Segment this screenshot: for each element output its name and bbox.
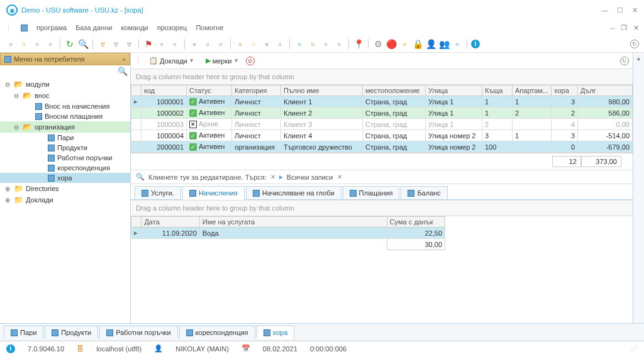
tree-workorders[interactable]: Работни поръчки xyxy=(0,153,130,163)
collapse-icon[interactable]: « xyxy=(122,55,126,63)
calendar-icon: 📅 xyxy=(242,344,250,353)
group-panel[interactable]: Drag a column header here to group by th… xyxy=(131,69,633,85)
titlebar: ◉ Demo - USU software - USU.kz - [хора] … xyxy=(0,0,644,20)
tree-correspondence[interactable]: кореспонденция xyxy=(0,163,130,173)
sidebar-header-label: Меню на потребителя xyxy=(14,55,85,63)
tb-add-icon[interactable]: ▫ xyxy=(235,38,246,50)
detail-group-panel[interactable]: Drag a column header here to group by th… xyxy=(131,200,633,216)
stop-icon[interactable]: ⊘ xyxy=(246,57,255,65)
mdi-restore[interactable]: ❐ xyxy=(621,24,627,32)
tb-user-icon[interactable]: 👤 xyxy=(425,38,436,50)
detail-grid[interactable]: ДатаИме на услугатаСума с данък ▸11.09.2… xyxy=(131,216,445,250)
clear-search-icon[interactable]: ✕ xyxy=(270,173,275,180)
tb-image-icon[interactable]: ▫ xyxy=(156,38,167,50)
tb-new-icon[interactable]: ▫ xyxy=(5,38,16,50)
tree-organization[interactable]: ⊖📂организация xyxy=(0,121,130,133)
tb-excel-icon[interactable]: ▫ xyxy=(189,38,200,50)
tab-accruals[interactable]: Начисления xyxy=(182,186,245,200)
tree-reports[interactable]: ⊕📁Доклади xyxy=(0,194,130,206)
tb-pin-icon[interactable]: 📍 xyxy=(353,38,364,50)
grid-row[interactable]: 2000001✓ АктивенорганизацияТърговско дру… xyxy=(131,141,633,153)
search-icon[interactable]: 🔍 xyxy=(118,67,128,76)
doctab-workorders[interactable]: Работни поръчки xyxy=(99,326,177,339)
tb-copy-icon[interactable]: ▫ xyxy=(45,38,56,50)
tb-doc-icon[interactable]: ▫ xyxy=(169,38,180,50)
tb-note-icon[interactable]: ▫ xyxy=(248,38,259,50)
grid-row[interactable]: 1000003✕ АрхивЛичностКлиент 3Страна, гра… xyxy=(131,119,633,130)
tb-brush-icon[interactable]: ▫ xyxy=(452,38,463,50)
tb-gear-icon[interactable]: ⚙ xyxy=(372,38,384,50)
tb-refresh2-icon[interactable]: ↻ xyxy=(630,40,639,48)
close-button[interactable]: ✕ xyxy=(632,6,638,14)
tb-flag-icon[interactable]: ⚑ xyxy=(143,38,154,50)
app-logo-icon: ◉ xyxy=(6,4,18,16)
menu-commands[interactable]: команди xyxy=(121,24,148,31)
scroll-pane[interactable]: ▲ xyxy=(633,53,644,323)
status-host: localhost (utf8) xyxy=(96,345,142,353)
tb-edit-icon[interactable]: ▫ xyxy=(31,38,43,50)
menu-window[interactable]: прозорец xyxy=(157,24,187,31)
statusbar: i 7.0.9046.10 🗄 localhost (utf8) 👤 NIKOL… xyxy=(0,341,644,356)
actions-dropdown[interactable]: ▶мерки▼ xyxy=(202,55,243,66)
main-grid[interactable]: код Статус Категория Пълно име местополо… xyxy=(131,85,633,153)
tb-wizard-icon[interactable]: ▫ xyxy=(215,38,226,50)
grid-row[interactable]: ▸1000001✓ АктивенЛичностКлиент 1Страна, … xyxy=(131,96,633,107)
maximize-button[interactable]: ☐ xyxy=(617,6,623,14)
minimize-button[interactable]: — xyxy=(601,6,608,14)
doctab-money[interactable]: Пари xyxy=(4,326,43,339)
tb-refresh-icon[interactable]: ↻ xyxy=(64,38,75,50)
tb-box-icon[interactable]: ▫ xyxy=(333,38,345,50)
doctab-products[interactable]: Продукти xyxy=(45,326,98,339)
tb-list-icon[interactable]: ▫ xyxy=(274,38,286,50)
doctab-people[interactable]: хора xyxy=(257,326,295,339)
menu-help[interactable]: Помогне xyxy=(196,24,223,31)
tb-tree-icon[interactable]: ▫ xyxy=(320,38,331,50)
tree-directories[interactable]: ⊕📁Directories xyxy=(0,183,130,194)
tree-products[interactable]: Продукти xyxy=(0,143,130,153)
tb-rss-icon[interactable]: ▫ xyxy=(399,38,410,50)
mdi-minimize[interactable]: – xyxy=(611,24,614,32)
sum-debt: 373,00 xyxy=(581,156,621,167)
tree-money[interactable]: Пари xyxy=(0,133,130,143)
main-toolbar: ▫ ▫ ▫ ▫ ↻ 🔍 ▿ ▿ ▿ ⚑ ▫ ▫ ▫ ▫ ▫ ▫ ▫ ▫ ▫ ▫ … xyxy=(0,35,644,53)
mdi-close[interactable]: ✕ xyxy=(633,24,639,32)
tb-lock-icon[interactable]: 🔒 xyxy=(412,38,423,50)
tab-balance[interactable]: Баланс xyxy=(401,186,447,199)
tb-export-icon[interactable]: ▫ xyxy=(261,38,272,50)
tree-import-accruals[interactable]: Внос на начисления xyxy=(0,101,130,111)
tb-panel-icon[interactable]: ▫ xyxy=(307,38,318,50)
grid-summary: 12 373,00 xyxy=(131,153,633,170)
menu-program[interactable]: програма xyxy=(36,24,67,31)
tree-modules[interactable]: ⊖📂модули xyxy=(0,79,130,90)
tb-color-icon[interactable]: 🔴 xyxy=(386,38,397,50)
clear-filter-icon[interactable]: ✕ xyxy=(337,173,342,180)
menu-database[interactable]: База данни xyxy=(75,24,112,31)
resize-grip-icon[interactable]: ⋰ xyxy=(631,344,638,353)
tree-import-payments[interactable]: Вносни плащания xyxy=(0,111,130,121)
grid-row[interactable]: 1000004✓ АктивенЛичностКлиент 4Страна, г… xyxy=(131,130,633,141)
tab-payments[interactable]: Плащания xyxy=(343,186,400,199)
tb-filter-icon[interactable]: ▿ xyxy=(97,38,108,50)
search-bar[interactable]: 🔍 Кликнете тук за редактиране. Търся: ✕ … xyxy=(131,170,633,184)
tab-services[interactable]: Услуги. xyxy=(135,186,181,199)
refresh-icon[interactable]: ↻ xyxy=(620,57,629,65)
tb-sort-icon[interactable]: ▿ xyxy=(110,38,121,50)
tb-open-icon[interactable]: ▫ xyxy=(18,38,30,50)
tree-people[interactable]: хора xyxy=(0,173,130,183)
tree-import[interactable]: ⊖📂внос xyxy=(0,90,130,101)
status-info-icon[interactable]: i xyxy=(6,344,15,353)
tb-users-icon[interactable]: 👥 xyxy=(438,38,450,50)
status-date: 08.02.2021 xyxy=(263,345,297,353)
reports-dropdown[interactable]: 📋Доклади▼ xyxy=(145,55,198,66)
doctab-correspondence[interactable]: кореспонденция xyxy=(179,326,255,339)
tb-group-icon[interactable]: ▿ xyxy=(123,38,135,50)
tb-win-icon[interactable]: ▫ xyxy=(294,38,305,50)
tab-fines[interactable]: Начисляване на глоби xyxy=(246,186,341,199)
detail-row[interactable]: ▸11.09.2020Вода22,50 xyxy=(131,228,445,239)
tb-search-icon[interactable]: 🔍 xyxy=(77,38,89,50)
tb-info-icon[interactable]: i xyxy=(471,40,480,48)
tb-grid-icon[interactable]: ▫ xyxy=(202,38,213,50)
mdi-controls: – ❐ ✕ xyxy=(611,24,639,32)
sum-people: 12 xyxy=(552,156,581,167)
grid-row[interactable]: 1000002✓ АктивенЛичностКлиент 2Страна, г… xyxy=(131,107,633,119)
